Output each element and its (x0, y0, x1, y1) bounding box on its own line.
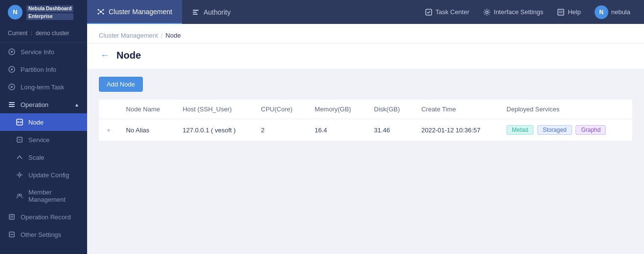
operation-arrow-icon: ▲ (74, 102, 79, 107)
app-container: N Nebula Dashboard Enterprise Cluster Ma… (0, 0, 644, 254)
svg-point-27 (18, 122, 19, 123)
svg-rect-25 (9, 106, 15, 107)
svg-line-8 (101, 12, 103, 14)
svg-point-13 (486, 11, 488, 13)
top-nav: N Nebula Dashboard Enterprise Cluster Ma… (0, 0, 644, 24)
svg-point-40 (10, 234, 11, 235)
badge-storaged: Storaged (537, 125, 572, 135)
svg-rect-10 (193, 12, 197, 13)
table-header-row: Node Name Host (SSH_User) CPU(Core) Memo… (99, 100, 632, 119)
avatar: N (595, 5, 608, 19)
help-button[interactable]: Help (551, 8, 587, 16)
content-area: Cluster Management / Node ← Node Add Nod… (87, 24, 644, 254)
nav-right: Task Center Interface Settings Help N ne… (419, 5, 644, 19)
row-node-name: No Alias (118, 119, 175, 141)
sidebar-item-service[interactable]: Service (0, 131, 87, 148)
back-button[interactable]: ← (99, 49, 111, 61)
sidebar-item-member-management[interactable]: Member Management (0, 184, 87, 208)
partition-icon (8, 65, 16, 73)
row-create-time: 2022-01-12 10:36:57 (414, 119, 499, 141)
record-icon (8, 213, 16, 221)
sidebar-item-service-info[interactable]: Service Info (0, 43, 87, 61)
task-icon (425, 8, 433, 16)
col-node-name: Node Name (118, 100, 175, 119)
svg-rect-9 (193, 10, 199, 11)
config-icon (16, 171, 23, 179)
help-icon (557, 8, 565, 16)
svg-line-7 (98, 12, 101, 14)
col-cpu: CPU(Core) (253, 100, 307, 119)
col-expand (99, 100, 118, 119)
interface-settings-button[interactable]: Interface Settings (477, 8, 549, 16)
col-disk: Disk(GB) (366, 100, 414, 119)
svg-rect-14 (558, 9, 564, 15)
breadcrumb-parent[interactable]: Cluster Management (99, 32, 158, 39)
logo-icon: N (8, 5, 23, 20)
sidebar-section-operation[interactable]: Operation ▲ (0, 96, 87, 113)
row-expand-button[interactable]: + (99, 119, 118, 141)
content-body: Add Node Node Name Host (SSH_User) CPU(C… (87, 69, 644, 149)
service-sub-icon (16, 136, 23, 144)
svg-point-18 (11, 51, 13, 53)
col-host: Host (SSH_User) (175, 100, 253, 119)
sidebar-item-longterm-task[interactable]: Long-term Task (0, 78, 87, 96)
sidebar-item-update-config[interactable]: Update Config (0, 166, 87, 184)
row-disk: 31.46 (366, 119, 414, 141)
service-info-icon (8, 48, 16, 56)
svg-rect-11 (193, 14, 198, 15)
svg-line-5 (98, 10, 101, 12)
node-table: Node Name Host (SSH_User) CPU(Core) Memo… (99, 100, 632, 141)
row-cpu: 2 (253, 119, 307, 141)
svg-point-42 (12, 234, 13, 235)
task-center-button[interactable]: Task Center (419, 8, 475, 16)
longterm-task-icon (8, 83, 16, 91)
col-deployed-services: Deployed Services (499, 100, 632, 119)
sidebar-item-scale[interactable]: Scale (0, 148, 87, 166)
nav-authority[interactable]: Authority (182, 0, 240, 24)
breadcrumb-current: Node (165, 32, 181, 39)
col-memory: Memory(GB) (307, 100, 366, 119)
svg-line-6 (101, 10, 103, 12)
logo-area: N Nebula Dashboard Enterprise (0, 0, 87, 24)
svg-point-41 (11, 234, 12, 235)
other-settings-icon (8, 231, 16, 238)
row-deployed-services: Metad Storaged Graphd (499, 119, 632, 141)
authority-icon (192, 8, 200, 16)
operation-icon (8, 101, 16, 108)
svg-point-22 (11, 86, 13, 88)
breadcrumb-separator: / (161, 32, 163, 39)
settings-icon (483, 8, 491, 16)
svg-point-20 (11, 68, 13, 70)
table-row: + No Alias 127.0.0.1 ( vesoft ) 2 16.4 3… (99, 119, 632, 141)
col-create-time: Create Time (414, 100, 499, 119)
row-memory: 16.4 (307, 119, 366, 141)
sidebar-item-other-settings[interactable]: Other Settings (0, 226, 87, 243)
member-icon (16, 192, 23, 200)
add-node-button[interactable]: Add Node (99, 77, 143, 92)
svg-rect-23 (9, 102, 15, 103)
page-header: ← Node (87, 43, 644, 69)
svg-point-32 (19, 174, 21, 176)
svg-point-34 (20, 194, 22, 196)
badge-graphd: Graphd (575, 125, 606, 135)
node-table-container: Node Name Host (SSH_User) CPU(Core) Memo… (99, 100, 632, 141)
node-icon (16, 118, 23, 126)
sidebar-item-partition-info[interactable]: Partition Info (0, 61, 87, 78)
svg-rect-24 (9, 104, 15, 105)
sidebar-item-node[interactable]: Node (0, 113, 87, 131)
nav-cluster-management[interactable]: Cluster Management (87, 0, 182, 24)
page-title: Node (116, 50, 141, 61)
svg-point-28 (21, 122, 22, 123)
sidebar-current-cluster: Current : demo cluster (0, 24, 87, 43)
breadcrumb: Cluster Management / Node (87, 24, 644, 43)
badge-metad: Metad (506, 125, 533, 135)
main-area: Current : demo cluster Service Info (0, 24, 644, 254)
row-host: 127.0.0.1 ( vesoft ) (175, 119, 253, 141)
logo-text: Nebula Dashboard Enterprise (26, 4, 73, 20)
cluster-icon (97, 8, 105, 16)
sidebar-item-operation-record[interactable]: Operation Record (0, 208, 87, 226)
sidebar: Current : demo cluster Service Info (0, 24, 87, 254)
user-menu[interactable]: N nebula (589, 5, 636, 19)
scale-icon (16, 153, 23, 161)
nav-items: Cluster Management Authority (87, 0, 419, 24)
